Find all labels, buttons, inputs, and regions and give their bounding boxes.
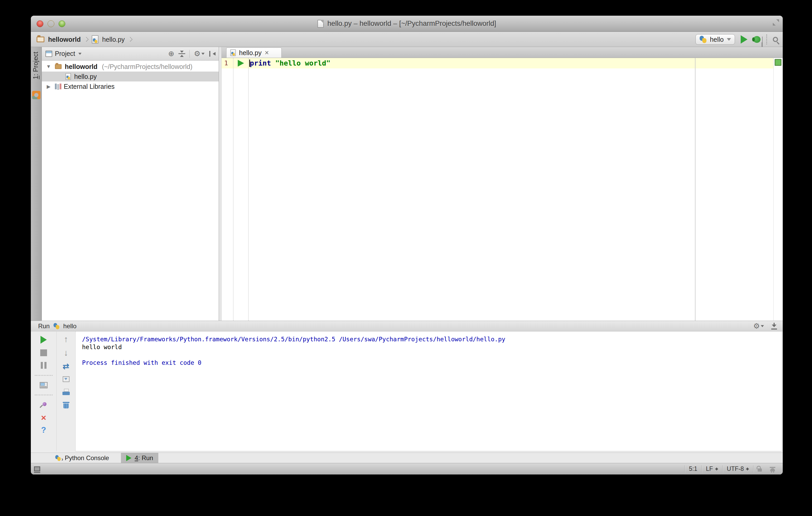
fullscreen-icon[interactable]	[773, 19, 779, 26]
locate-file-icon[interactable]: ⊕	[168, 50, 174, 57]
toolbar-separator	[35, 395, 53, 395]
hide-panel-down-icon[interactable]	[771, 323, 778, 330]
zoom-window-button[interactable]	[59, 20, 65, 27]
debug-button[interactable]	[753, 36, 760, 43]
close-tab-icon[interactable]: ×	[41, 414, 46, 421]
search-icon[interactable]	[773, 37, 778, 42]
toolwindow-toggle-icon[interactable]	[34, 466, 40, 472]
chevron-down-icon	[727, 38, 731, 41]
close-icon[interactable]: ×	[265, 49, 269, 57]
tree-row-hello-py[interactable]: hello.py	[42, 71, 219, 82]
code-string: "hello world"	[276, 59, 330, 67]
project-view-title[interactable]: Project	[55, 50, 75, 57]
project-panel-header: Project ⊕ ⚙	[42, 47, 219, 61]
panel-splitter[interactable]	[219, 47, 222, 321]
python-file-icon	[65, 73, 71, 80]
stop-button[interactable]	[40, 350, 47, 356]
run-configuration-select[interactable]: hello	[695, 34, 735, 44]
tree-row-project-root[interactable]: ▼ helloworld (~/PycharmProjects/hellowor…	[42, 62, 219, 71]
chevron-right-icon	[84, 37, 89, 42]
chevron-down-icon	[201, 53, 205, 55]
project-stripe-button[interactable]: 1: Project	[32, 52, 39, 80]
highlighting-level-widget[interactable]	[766, 463, 779, 475]
python-file-icon	[230, 49, 236, 56]
chevron-down-icon[interactable]	[78, 53, 82, 55]
window-title: hello.py – helloworld – [~/PycharmProjec…	[327, 20, 496, 28]
pause-output-button[interactable]	[41, 362, 43, 369]
run-console-output[interactable]: /System/Library/Frameworks/Python.framew…	[75, 332, 781, 451]
navigation-bar: helloworld hello.py hello	[31, 32, 783, 47]
encoding-widget[interactable]: UTF-8	[723, 463, 753, 475]
code-keyword: print	[250, 59, 276, 67]
python-icon	[53, 323, 60, 329]
folder-icon	[36, 36, 45, 42]
run-panel-title: Run	[38, 323, 50, 330]
soft-wrap-icon[interactable]: ⇄	[63, 363, 69, 369]
unlock-icon	[758, 468, 762, 472]
run-panel-content: × ? ↑ ↓ ⇄ /System/Library/Frameworks/Pyt…	[31, 332, 783, 451]
tab-hello-py[interactable]: hello.py ×	[226, 48, 282, 58]
up-stacktrace-icon[interactable]: ↑	[64, 336, 68, 343]
pin-tab-icon[interactable]	[40, 402, 47, 408]
down-stacktrace-icon[interactable]: ↓	[64, 350, 68, 356]
inspections-ok-marker[interactable]	[775, 59, 781, 66]
breadcrumb-file[interactable]: hello.py	[102, 36, 125, 43]
line-separator-widget[interactable]: LF	[702, 463, 722, 475]
project-panel: Project ⊕ ⚙ ▼ helloworld (~/P	[42, 47, 219, 321]
run-tab-button[interactable]: 4: Run	[121, 453, 158, 463]
tool-window-bar: › Python Console 4: Run	[31, 453, 783, 463]
tree-row-external-libraries[interactable]: ▶ External Libraries	[42, 82, 219, 91]
clear-all-icon[interactable]	[63, 403, 69, 408]
run-panel-header[interactable]: Run hello ⚙	[31, 321, 783, 331]
python-icon	[55, 455, 61, 461]
toolbar-separator	[766, 34, 767, 44]
editor-body[interactable]: 1 print "hello world"	[222, 58, 783, 321]
title-bar[interactable]: hello.py – helloworld – [~/PycharmProjec…	[31, 16, 783, 32]
folder-icon	[55, 64, 62, 69]
gutter-marks-column	[234, 58, 249, 321]
settings-menu-button[interactable]: ⚙	[194, 50, 205, 57]
scroll-to-end-icon[interactable]	[63, 376, 69, 382]
python-file-icon	[92, 35, 98, 43]
status-bar-widgets: 5:1 LF UTF-8	[685, 463, 779, 475]
run-config-name: hello	[63, 323, 77, 330]
console-command-line: /System/Library/Frameworks/Python.framew…	[82, 335, 781, 343]
readonly-lock-widget[interactable]	[753, 463, 766, 475]
close-window-button[interactable]	[36, 20, 44, 27]
tool-window-stripe: 1: Project	[31, 47, 42, 321]
console-exit-line: Process finished with exit code 0	[82, 359, 781, 367]
run-line-icon[interactable]	[238, 60, 244, 67]
restore-layout-icon[interactable]	[40, 382, 48, 388]
minimize-window-button[interactable]	[48, 20, 54, 27]
run-button[interactable]	[741, 35, 748, 43]
line-number-gutter: 1	[222, 58, 234, 321]
gear-icon: ⚙	[194, 50, 200, 57]
run-header-toolbar: ⚙	[753, 323, 778, 330]
help-icon[interactable]: ?	[41, 427, 46, 433]
error-stripe-column	[773, 58, 783, 321]
python-console-button[interactable]: › Python Console	[49, 453, 114, 463]
expander-expanded-icon[interactable]: ▼	[46, 64, 52, 69]
pycharm-logo-icon[interactable]	[32, 91, 40, 99]
project-tree: ▼ helloworld (~/PycharmProjects/hellowor…	[42, 61, 219, 91]
console-blank-line	[82, 351, 781, 359]
expander-collapsed-icon[interactable]: ▶	[46, 84, 52, 90]
run-settings-button[interactable]: ⚙	[753, 323, 764, 330]
project-view-icon	[46, 51, 52, 57]
libraries-icon	[54, 83, 61, 90]
run-tab-label: 4: Run	[135, 454, 153, 462]
updown-arrows-icon	[715, 466, 718, 472]
hide-panel-icon[interactable]	[209, 51, 215, 57]
right-margin-line	[695, 58, 695, 321]
python-icon	[66, 76, 70, 80]
print-icon[interactable]	[62, 389, 70, 395]
status-bar: 5:1 LF UTF-8	[31, 463, 783, 475]
caret-position-widget[interactable]: 5:1	[685, 463, 701, 475]
python-icon	[231, 52, 235, 56]
collapse-all-icon[interactable]	[178, 51, 185, 57]
rerun-button[interactable]	[40, 336, 47, 344]
breadcrumb-project[interactable]: helloworld	[48, 36, 81, 43]
run-toolbar: hello	[695, 34, 778, 44]
run-icon	[126, 455, 132, 461]
hector-inspector-icon	[770, 468, 775, 472]
